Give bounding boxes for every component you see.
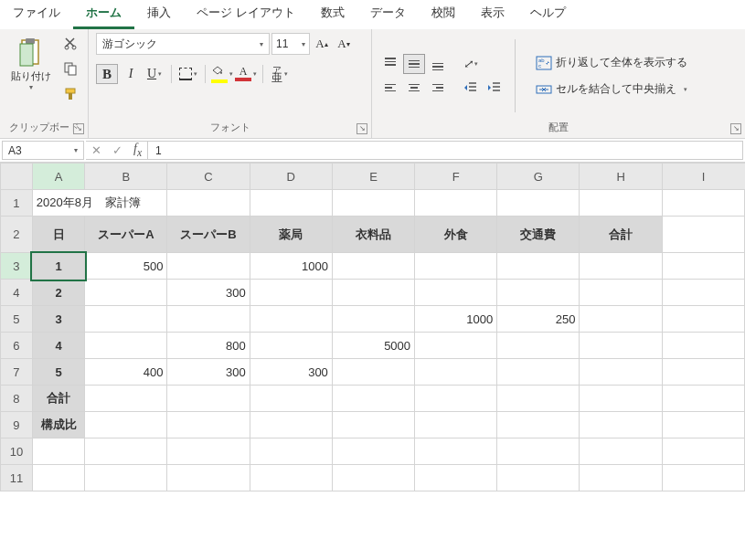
cell-C6[interactable]: 800 [167, 333, 250, 359]
wrap-text-button[interactable]: abc 折り返して全体を表示する [532, 51, 691, 74]
cell-H4[interactable] [580, 280, 662, 306]
col-header-E[interactable]: E [332, 164, 414, 190]
cell-B3[interactable]: 500 [85, 253, 167, 280]
cell-I11[interactable] [662, 465, 744, 491]
cell-G1[interactable] [497, 190, 580, 217]
cell-A11[interactable] [32, 465, 84, 491]
cell-G11[interactable] [497, 465, 580, 491]
cell-D10[interactable] [250, 438, 332, 465]
cell-F11[interactable] [415, 465, 497, 491]
cell-E11[interactable] [332, 465, 414, 491]
cell-F6[interactable] [415, 333, 497, 359]
cell-C2[interactable]: スーパーB [167, 217, 250, 253]
cell-B4[interactable] [85, 280, 167, 306]
merge-center-button[interactable]: セルを結合して中央揃え ▾ [532, 78, 691, 100]
clipboard-dialog-launcher[interactable]: ↘ [73, 123, 84, 134]
cell-A1[interactable]: 2020年8月 家計簿 [32, 190, 167, 217]
cell-A5[interactable]: 3 [32, 306, 84, 333]
format-painter-button[interactable] [60, 84, 80, 104]
cell-D6[interactable] [250, 333, 332, 359]
italic-button[interactable]: I [120, 64, 142, 84]
cell-H11[interactable] [580, 465, 662, 491]
font-name-selector[interactable]: 游ゴシック ▾ [96, 33, 270, 55]
cell-H1[interactable] [580, 190, 662, 217]
cell-D1[interactable] [250, 190, 332, 217]
cell-I6[interactable] [662, 333, 744, 359]
cell-D5[interactable] [250, 306, 332, 333]
cell-F5[interactable]: 1000 [415, 306, 497, 333]
name-box[interactable]: A3 ▾ [2, 141, 84, 160]
cut-button[interactable] [60, 33, 80, 53]
underline-button[interactable]: U [144, 64, 165, 84]
align-top-button[interactable] [379, 54, 401, 74]
cell-H5[interactable] [580, 306, 662, 333]
align-middle-button[interactable] [403, 54, 425, 74]
cell-B11[interactable] [85, 465, 167, 491]
alignment-dialog-launcher[interactable]: ↘ [730, 123, 741, 134]
cell-E7[interactable] [332, 359, 414, 386]
font-dialog-launcher[interactable]: ↘ [357, 123, 367, 134]
cell-E3[interactable] [332, 253, 414, 280]
cell-G5[interactable]: 250 [497, 306, 580, 333]
cell-D11[interactable] [250, 465, 332, 491]
cell-B8[interactable] [85, 386, 167, 412]
cell-I10[interactable] [662, 438, 744, 465]
row-header-8[interactable]: 8 [1, 386, 33, 412]
cell-D9[interactable] [250, 412, 332, 438]
paste-button[interactable]: 貼り付け ▾ [7, 33, 55, 95]
tab-formulas[interactable]: 数式 [308, 0, 357, 29]
cell-A8[interactable]: 合計 [32, 386, 84, 412]
cell-G4[interactable] [497, 280, 580, 306]
cell-I2[interactable] [662, 217, 744, 253]
cell-I3[interactable] [662, 253, 744, 280]
paste-dropdown-icon[interactable]: ▾ [29, 83, 33, 91]
col-header-H[interactable]: H [580, 164, 662, 190]
cell-E4[interactable] [332, 280, 414, 306]
cell-C9[interactable] [167, 412, 250, 438]
cell-C4[interactable]: 300 [167, 280, 250, 306]
cell-E2[interactable]: 衣料品 [332, 217, 414, 253]
tab-view[interactable]: 表示 [468, 0, 517, 29]
tab-home[interactable]: ホーム [73, 0, 134, 29]
cell-G2[interactable]: 交通費 [497, 217, 580, 253]
cell-I4[interactable] [662, 280, 744, 306]
cell-F4[interactable] [415, 280, 497, 306]
cell-H2[interactable]: 合計 [580, 217, 662, 253]
cell-F9[interactable] [415, 412, 497, 438]
cell-A2[interactable]: 日 [32, 217, 84, 253]
cell-B6[interactable] [85, 333, 167, 359]
tab-data[interactable]: データ [357, 0, 419, 29]
orientation-button[interactable]: ⤢▾ [460, 54, 482, 74]
tab-page-layout[interactable]: ページ レイアウト [184, 0, 308, 29]
cell-H9[interactable] [580, 412, 662, 438]
cell-F10[interactable] [415, 438, 497, 465]
cell-B5[interactable] [85, 306, 167, 333]
cell-D3[interactable]: 1000 [250, 253, 332, 280]
cell-D2[interactable]: 薬局 [250, 217, 332, 253]
align-right-button[interactable] [427, 78, 449, 98]
font-size-selector[interactable]: 11 ▾ [271, 33, 310, 55]
cell-I9[interactable] [662, 412, 744, 438]
row-header-3[interactable]: 3 [1, 253, 33, 280]
align-left-button[interactable] [379, 78, 401, 98]
cell-E6[interactable]: 5000 [332, 333, 414, 359]
cell-I7[interactable] [662, 359, 744, 386]
cell-G3[interactable] [497, 253, 580, 280]
row-header-11[interactable]: 11 [1, 465, 33, 491]
cell-C8[interactable] [167, 386, 250, 412]
cell-E10[interactable] [332, 438, 414, 465]
col-header-B[interactable]: B [85, 164, 167, 190]
decrease-indent-button[interactable] [460, 78, 482, 98]
cell-F8[interactable] [415, 386, 497, 412]
increase-font-button[interactable]: A▴ [312, 34, 332, 54]
fill-color-button[interactable] [211, 64, 233, 84]
row-header-1[interactable]: 1 [1, 190, 33, 217]
cell-G9[interactable] [497, 412, 580, 438]
align-bottom-button[interactable] [427, 54, 449, 74]
cell-E5[interactable] [332, 306, 414, 333]
cell-A3[interactable]: 1 [32, 253, 84, 280]
insert-function-button[interactable]: fx [133, 142, 142, 159]
cell-C11[interactable] [167, 465, 250, 491]
cell-A7[interactable]: 5 [32, 359, 84, 386]
cell-H8[interactable] [580, 386, 662, 412]
